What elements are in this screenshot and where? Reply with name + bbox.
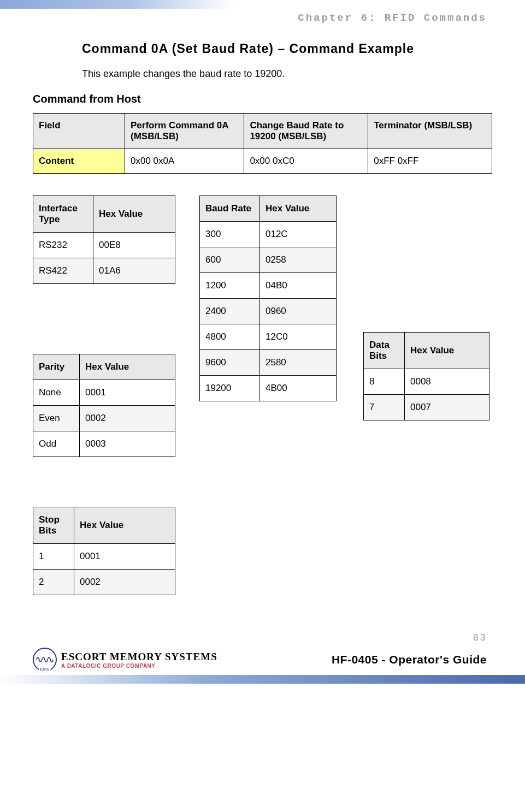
guide-title: HF-0405 - Operator's Guide (332, 653, 487, 666)
table-row: 480012C0 (200, 324, 337, 350)
cmdtable-header-baud: Change Baud Rate to 19200 (MSB/LSB) (244, 114, 368, 149)
stopbits-header-hex: Hex Value (74, 507, 175, 544)
table-row: None0001 (33, 380, 175, 406)
table-row: 80008 (364, 369, 489, 395)
bottom-gradient-bar (0, 675, 525, 684)
section-heading: Command 0A (Set Baud Rate) – Command Exa… (82, 40, 492, 57)
page-number: 83 (0, 632, 525, 643)
logo-text-block: ESCORT MEMORY SYSTEMS A DATALOGIC GROUP … (61, 651, 217, 669)
page-footer: EMS ESCORT MEMORY SYSTEMS A DATALOGIC GR… (0, 643, 525, 673)
databits-header-bits: Data Bits (364, 333, 405, 369)
chapter-header: Chapter 6: RFID Commands (0, 9, 525, 24)
table-row: Even0002 (33, 406, 175, 431)
parity-header-parity: Parity (33, 354, 80, 380)
subheading-command-from-host: Command from Host (33, 93, 492, 105)
interface-type-table: Interface Type Hex Value RS23200E8 RS422… (33, 195, 175, 284)
parity-header-hex: Hex Value (80, 354, 175, 380)
cmdtable-header-perform: Perform Command 0A (MSB/LSB) (125, 114, 244, 149)
table-row: Odd0003 (33, 431, 175, 457)
table-row: 96002580 (200, 350, 337, 376)
cmdtable-header-terminator: Terminator (MSB/LSB) (368, 114, 492, 149)
stopbits-header-bits: Stop Bits (33, 507, 74, 544)
databits-header-hex: Hex Value (405, 333, 489, 369)
table-row: 24000960 (200, 299, 337, 324)
table-row: 70007 (364, 395, 489, 420)
parity-table: Parity Hex Value None0001 Even0002 Odd00… (33, 354, 175, 457)
logo-subtitle: A DATALOGIC GROUP COMPANY (61, 663, 217, 669)
baud-header-rate: Baud Rate (200, 196, 260, 222)
data-bits-table: Data Bits Hex Value 80008 70007 (363, 332, 489, 420)
table-row: RS23200E8 (33, 233, 175, 258)
table-row: 300012C (200, 222, 337, 247)
baud-header-hex: Hex Value (260, 196, 337, 222)
reference-tables-area: Interface Type Hex Value RS23200E8 RS422… (33, 195, 492, 616)
table-row: 192004B00 (200, 376, 337, 401)
cmdtable-content-label: Content (33, 149, 125, 174)
baud-rate-table: Baud Rate Hex Value 300012C 6000258 1200… (199, 195, 337, 401)
table-row: 20002 (33, 570, 175, 595)
table-row: 120004B0 (200, 273, 337, 299)
cmdtable-content-perform: 0x00 0x0A (125, 149, 244, 174)
logo-wave-icon: EMS (33, 648, 57, 672)
cmdtable-header-field: Field (33, 114, 125, 149)
top-gradient-bar (0, 0, 525, 9)
logo-badge-text: EMS (39, 667, 50, 672)
cmdtable-content-terminator: 0xFF 0xFF (368, 149, 492, 174)
intro-text: This example changes the baud rate to 19… (82, 68, 492, 80)
command-table: Field Perform Command 0A (MSB/LSB) Chang… (33, 113, 492, 174)
table-row: RS42201A6 (33, 258, 175, 284)
company-logo: EMS ESCORT MEMORY SYSTEMS A DATALOGIC GR… (33, 648, 217, 672)
logo-company-name: ESCORT MEMORY SYSTEMS (61, 651, 217, 663)
interface-header-hex: Hex Value (93, 196, 175, 233)
page-content: Command 0A (Set Baud Rate) – Command Exa… (0, 24, 525, 627)
table-row: 10001 (33, 544, 175, 570)
table-row: 6000258 (200, 247, 337, 273)
stop-bits-table: Stop Bits Hex Value 10001 20002 (33, 507, 175, 595)
interface-header-type: Interface Type (33, 196, 93, 233)
cmdtable-content-baud: 0x00 0xC0 (244, 149, 368, 174)
